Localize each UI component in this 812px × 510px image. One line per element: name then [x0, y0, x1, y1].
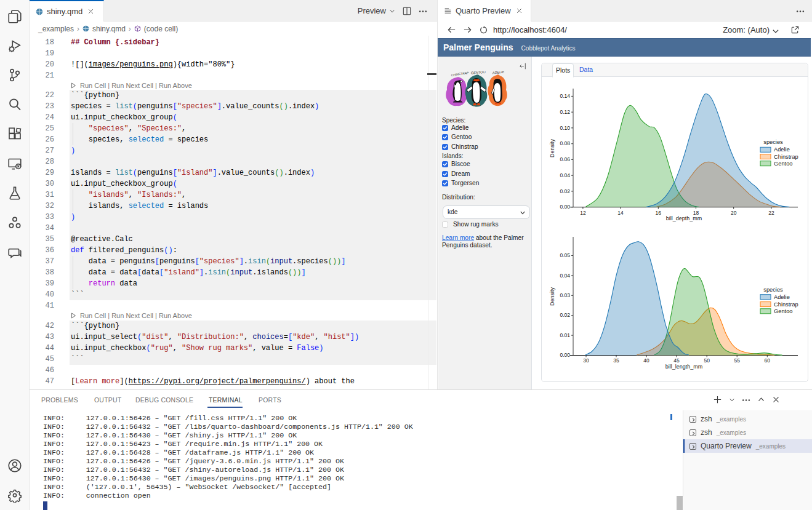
svg-text:Gentoo: Gentoo	[774, 161, 793, 167]
svg-text:0.04: 0.04	[560, 172, 570, 178]
svg-text:Chinstrap: Chinstrap	[774, 154, 798, 160]
svg-text:ADELIE: ADELIE	[492, 71, 505, 75]
svg-text:GENTOO: GENTOO	[471, 71, 486, 74]
svg-text:Gentoo: Gentoo	[774, 308, 793, 314]
svg-text:0.01: 0.01	[560, 332, 570, 338]
svg-text:16: 16	[656, 210, 662, 216]
svg-text:0.00: 0.00	[560, 352, 570, 358]
svg-text:0.14: 0.14	[560, 93, 570, 99]
svg-text:Adelie: Adelie	[774, 294, 790, 300]
svg-text:bill_depth_mm: bill_depth_mm	[666, 215, 702, 221]
svg-text:0.02: 0.02	[560, 312, 570, 318]
svg-text:18: 18	[693, 210, 699, 216]
svg-text:0.04: 0.04	[560, 273, 570, 279]
svg-text:30: 30	[583, 357, 589, 364]
svg-text:species: species	[763, 139, 783, 145]
svg-text:0.03: 0.03	[560, 292, 570, 298]
svg-text:0.02: 0.02	[560, 188, 570, 194]
svg-text:45: 45	[673, 357, 680, 364]
svg-text:0.12: 0.12	[560, 109, 570, 115]
svg-text:55: 55	[734, 357, 740, 364]
svg-text:0.05: 0.05	[560, 252, 570, 258]
svg-text:Adelie: Adelie	[774, 146, 790, 153]
svg-text:60: 60	[765, 357, 771, 364]
svg-text:14: 14	[617, 210, 624, 216]
svg-text:Density: Density	[549, 287, 555, 306]
svg-text:12: 12	[580, 210, 586, 216]
svg-text:CHINSTRAP: CHINSTRAP	[451, 71, 469, 77]
svg-text:20: 20	[731, 210, 737, 216]
svg-text:40: 40	[643, 357, 649, 364]
svg-text:bill_length_mm: bill_length_mm	[665, 364, 703, 370]
svg-text:0.00: 0.00	[560, 204, 570, 210]
svg-text:35: 35	[613, 357, 619, 364]
svg-text:22: 22	[768, 210, 774, 216]
svg-text:0.10: 0.10	[560, 125, 570, 131]
svg-text:50: 50	[704, 357, 710, 364]
svg-text:Chinstrap: Chinstrap	[774, 301, 798, 308]
svg-text:Density: Density	[549, 138, 555, 157]
svg-text:0.06: 0.06	[560, 156, 570, 162]
svg-text:species: species	[763, 287, 783, 293]
svg-text:0.08: 0.08	[560, 140, 570, 146]
